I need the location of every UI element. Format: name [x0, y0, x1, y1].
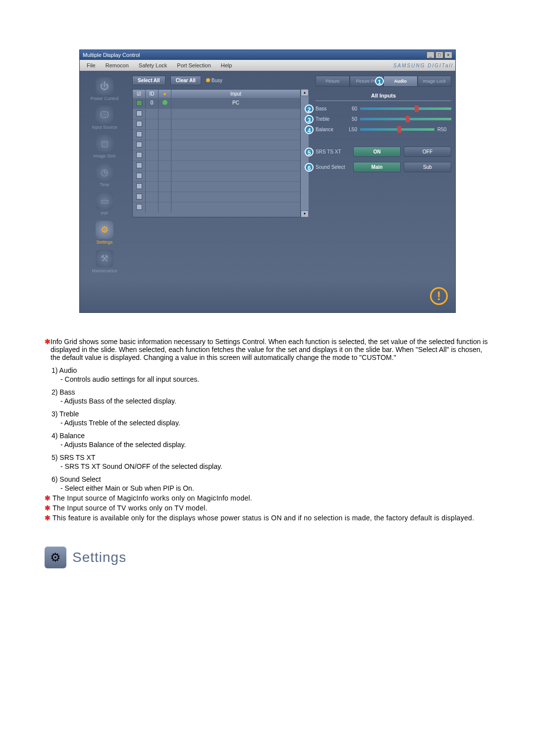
star-icon: ✱	[45, 504, 53, 512]
header-status-icon: ●	[159, 90, 171, 98]
tab-picture[interactable]: Picture	[316, 76, 350, 87]
star-icon: ✱	[45, 338, 51, 361]
grid-toolbar: Select All Clear All Busy	[132, 76, 309, 85]
info-grid: ☑ ID ● Input 0PC	[132, 89, 301, 217]
header-id: ID	[146, 90, 159, 98]
table-row[interactable]	[133, 181, 300, 192]
callout-6: 6	[305, 163, 314, 172]
titlebar: Multiple Display Control _ □ ×	[80, 50, 455, 60]
sidebar-item-input-source[interactable]: 🖵Input Source	[82, 104, 127, 131]
slider-track[interactable]	[360, 128, 434, 131]
row-checkbox[interactable]	[136, 183, 142, 189]
sidebar-item-maintenance[interactable]: ⚒Maintenance	[82, 248, 127, 275]
sidebar-item-image-size[interactable]: ◻Image Size	[82, 133, 127, 160]
row-checkbox[interactable]	[136, 142, 142, 148]
star-icon: ✱	[45, 514, 53, 522]
row-checkbox[interactable]	[136, 131, 142, 137]
row-checkbox[interactable]	[136, 194, 142, 200]
sidebar-item-power-control[interactable]: ⏻Power Control	[82, 76, 127, 102]
grid-body: 0PC	[133, 98, 300, 217]
srs-off-button[interactable]: OFF	[404, 147, 451, 157]
input-source-icon: 🖵	[96, 106, 113, 124]
info-icon: !	[430, 287, 448, 305]
intro-text: Info Grid shows some basic information n…	[51, 338, 490, 361]
window-title: Multiple Display Control	[83, 52, 140, 58]
sound-main-button[interactable]: Main	[353, 162, 401, 172]
menubar: File Remocon Safety Lock Port Selection …	[80, 60, 455, 71]
callout-3: 3	[305, 115, 314, 124]
grid-header: ☑ ID ● Input	[133, 90, 300, 98]
row-checkbox[interactable]	[136, 204, 142, 210]
table-row[interactable]	[133, 129, 300, 140]
table-row[interactable]	[133, 108, 300, 119]
table-row[interactable]	[133, 171, 300, 181]
app-window: Multiple Display Control _ □ × File Remo…	[79, 50, 456, 313]
sound-select-row: 6 Sound Select Main Sub	[316, 162, 451, 172]
settings-icon: ⚙	[96, 221, 113, 239]
brand-label: SAMSUNG DIGITall	[393, 63, 453, 68]
maximize-button[interactable]: □	[435, 51, 443, 58]
table-row[interactable]	[133, 202, 300, 212]
select-all-button[interactable]: Select All	[132, 76, 165, 85]
srs-on-button[interactable]: ON	[353, 147, 401, 157]
row-checkbox[interactable]	[136, 173, 142, 179]
callout-4: 4	[305, 125, 314, 134]
menu-safety-lock[interactable]: Safety Lock	[134, 61, 172, 70]
row-checkbox[interactable]	[136, 152, 142, 158]
maintenance-icon: ⚒	[96, 250, 113, 267]
settings-heading-title: Settings	[72, 550, 126, 565]
table-row[interactable]	[133, 119, 300, 129]
sidebar-item-time[interactable]: ◷Time	[82, 162, 127, 189]
menu-help[interactable]: Help	[216, 61, 237, 70]
section-title: All Inputs	[316, 93, 451, 101]
settings-heading: ⚙ Settings	[45, 547, 490, 568]
tab-image-lock[interactable]: Image Lock	[418, 76, 452, 87]
clear-all-button[interactable]: Clear All	[170, 76, 201, 85]
slider-balance: 4BalanceL50R50	[316, 127, 451, 132]
row-checkbox[interactable]	[136, 110, 142, 116]
scroll-up-button[interactable]: ▴	[301, 89, 309, 96]
callout-2: 2	[305, 104, 314, 113]
menu-remocon[interactable]: Remocon	[101, 61, 134, 70]
notes-section: ✱ Info Grid shows some basic information…	[45, 338, 490, 522]
minimize-button[interactable]: _	[427, 51, 434, 58]
scroll-down-button[interactable]: ▾	[301, 210, 309, 217]
menu-file[interactable]: File	[82, 61, 101, 70]
sound-sub-button[interactable]: Sub	[404, 162, 451, 172]
sidebar: ⏻Power Control🖵Input Source◻Image Size◷T…	[80, 71, 129, 280]
right-panel: PicturePicture PCAudio1Image Lock All In…	[312, 71, 455, 280]
row-checkbox[interactable]	[136, 121, 142, 127]
slider-bass: 2Bass60	[316, 106, 451, 111]
callout-1: 1	[375, 77, 384, 86]
table-row[interactable]: 0PC	[133, 98, 300, 108]
sound-select-label: Sound Select	[316, 164, 350, 170]
sidebar-item-settings[interactable]: ⚙Settings	[82, 219, 127, 246]
slider-thumb[interactable]	[415, 105, 419, 112]
header-input: Input	[171, 90, 300, 98]
sidebar-item-pip[interactable]: ▭PIP	[82, 191, 127, 217]
window-buttons: _ □ ×	[427, 51, 452, 58]
row-checkbox[interactable]	[136, 100, 142, 106]
content: ⏻Power Control🖵Input Source◻Image Size◷T…	[80, 71, 455, 280]
tab-audio[interactable]: Audio1	[383, 76, 418, 87]
center-panel: Select All Clear All Busy ☑ ID ● Input 0…	[129, 71, 312, 280]
slider-track[interactable]	[360, 107, 451, 110]
table-row[interactable]	[133, 160, 300, 171]
settings-heading-icon: ⚙	[45, 547, 66, 568]
table-row[interactable]	[133, 150, 300, 160]
srs-label: SRS TS XT	[316, 149, 350, 154]
image-size-icon: ◻	[96, 135, 113, 152]
slider-thumb[interactable]	[406, 116, 410, 122]
header-checkbox[interactable]: ☑	[133, 90, 146, 98]
row-checkbox[interactable]	[136, 162, 142, 168]
busy-indicator: Busy	[206, 78, 222, 83]
slider-track[interactable]	[360, 118, 451, 120]
table-row[interactable]	[133, 140, 300, 150]
bottom-bar: !	[80, 280, 455, 312]
power-control-icon: ⏻	[96, 77, 113, 95]
close-button[interactable]: ×	[444, 51, 452, 58]
table-row[interactable]	[133, 192, 300, 202]
slider-thumb[interactable]	[397, 126, 401, 133]
slider-treble: 3Treble50	[316, 116, 451, 122]
menu-port-selection[interactable]: Port Selection	[172, 61, 215, 70]
